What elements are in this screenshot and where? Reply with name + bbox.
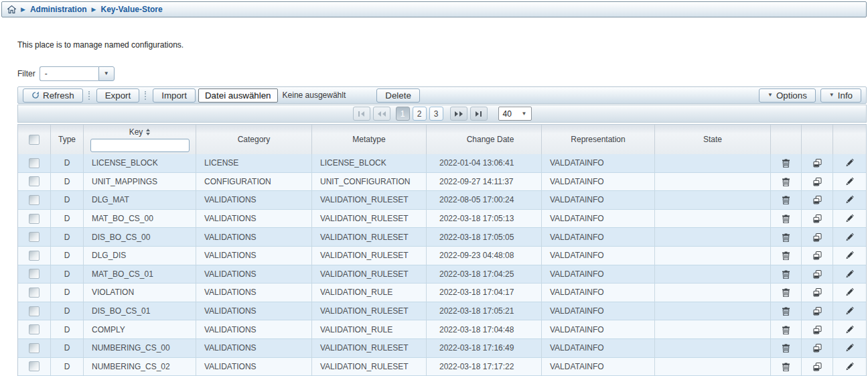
breadcrumb-link-administration[interactable]: Administration: [30, 5, 87, 14]
pencil-icon: [845, 195, 854, 204]
cell-category: CONFIGURATION: [196, 173, 312, 191]
delete-button[interactable]: Delete: [376, 88, 420, 103]
options-menu-button[interactable]: ▼ Options: [759, 88, 816, 103]
next-page-button[interactable]: [450, 107, 467, 121]
delete-row-button[interactable]: [771, 247, 802, 265]
row-select-cell: [18, 154, 51, 172]
filter-row: Filter - ▼: [17, 66, 115, 81]
edit-row-button[interactable]: [833, 320, 866, 338]
delete-row-button[interactable]: [771, 302, 802, 320]
row-checkbox[interactable]: [29, 288, 40, 298]
row-checkbox[interactable]: [29, 232, 40, 242]
import-button[interactable]: Import: [153, 88, 196, 103]
copy-row-button[interactable]: [802, 358, 833, 376]
delete-row-button[interactable]: [771, 339, 802, 357]
row-checkbox[interactable]: [29, 324, 40, 334]
row-checkbox[interactable]: [29, 195, 40, 205]
refresh-button[interactable]: Refresh: [23, 88, 83, 103]
edit-row-button[interactable]: [833, 191, 866, 209]
cell-metatype: VALIDATION_RULESET: [312, 358, 427, 376]
last-page-icon: [476, 111, 479, 117]
copy-row-button[interactable]: [802, 320, 833, 338]
delete-row-button[interactable]: [771, 284, 802, 302]
first-page-button[interactable]: [353, 107, 370, 121]
export-button[interactable]: Export: [96, 88, 140, 103]
delete-row-button[interactable]: [771, 358, 802, 376]
copy-row-button[interactable]: [802, 191, 833, 209]
last-page-button[interactable]: [470, 107, 488, 121]
row-checkbox[interactable]: [29, 176, 40, 186]
copy-row-button[interactable]: [802, 173, 833, 191]
edit-row-button[interactable]: [833, 339, 866, 357]
header-key-label[interactable]: Key: [129, 127, 143, 137]
home-icon[interactable]: [7, 5, 16, 13]
copy-row-button[interactable]: [802, 228, 833, 246]
row-checkbox[interactable]: [29, 343, 40, 353]
copy-row-button[interactable]: [802, 302, 833, 320]
breadcrumb-link-key-value-store[interactable]: Key-Value-Store: [101, 5, 163, 14]
trash-icon: [782, 325, 790, 334]
cell-change-date: 2022-09-23 04:48:08: [427, 247, 542, 265]
cell-state: [655, 154, 771, 172]
header-category: Category: [196, 125, 312, 154]
row-checkbox[interactable]: [29, 269, 40, 279]
edit-row-button[interactable]: [833, 358, 866, 376]
row-select-cell: [18, 191, 51, 209]
previous-page-button[interactable]: [373, 107, 390, 121]
edit-row-button[interactable]: [833, 210, 866, 228]
edit-row-button[interactable]: [833, 154, 866, 172]
pagination-bar: 1 2 3 40 ▼: [17, 105, 867, 123]
delete-row-button[interactable]: [771, 228, 802, 246]
page-button-2[interactable]: 2: [413, 107, 427, 121]
row-checkbox[interactable]: [29, 361, 40, 371]
info-menu-button[interactable]: ▼ Info: [820, 88, 861, 103]
header-state: State: [655, 125, 771, 154]
cell-category: VALIDATIONS: [196, 247, 312, 265]
cell-change-date: 2022-03-18 17:04:25: [427, 265, 542, 284]
filter-dropdown-button[interactable]: ▼: [98, 66, 115, 81]
copy-icon: [813, 214, 822, 223]
edit-row-button[interactable]: [833, 173, 866, 191]
file-choose-button[interactable]: Datei auswählen: [198, 88, 278, 103]
copy-icon: [813, 288, 822, 297]
trash-icon: [782, 195, 790, 204]
chevron-down-icon: ▼: [104, 71, 109, 76]
copy-row-button[interactable]: [802, 339, 833, 357]
page-button-3[interactable]: 3: [429, 107, 443, 121]
select-all-checkbox[interactable]: [29, 135, 40, 145]
next-page-icon: [459, 111, 463, 117]
sort-icon[interactable]: [146, 129, 150, 135]
row-select-cell: [18, 339, 51, 357]
copy-row-button[interactable]: [802, 247, 833, 265]
row-checkbox[interactable]: [29, 158, 40, 168]
cell-category: VALIDATIONS: [196, 320, 312, 338]
edit-row-button[interactable]: [833, 247, 866, 265]
delete-row-button[interactable]: [771, 173, 802, 191]
delete-row-button[interactable]: [771, 191, 802, 209]
copy-row-button[interactable]: [802, 210, 833, 228]
cell-key: NUMBERING_CS_02: [84, 358, 196, 376]
edit-row-button[interactable]: [833, 302, 866, 320]
delete-row-button[interactable]: [771, 320, 802, 338]
delete-row-button[interactable]: [771, 154, 802, 172]
copy-row-button[interactable]: [802, 284, 833, 302]
copy-row-button[interactable]: [802, 154, 833, 172]
row-checkbox[interactable]: [29, 214, 40, 224]
key-filter-input[interactable]: [90, 139, 190, 152]
edit-row-button[interactable]: [833, 265, 866, 284]
cell-key: COMPLY: [84, 320, 196, 338]
filter-dropdown[interactable]: - ▼: [40, 66, 115, 81]
header-change-date-label: Change Date: [467, 135, 514, 144]
edit-row-button[interactable]: [833, 228, 866, 246]
page-size-select[interactable]: 40 ▼: [498, 107, 532, 121]
delete-row-button[interactable]: [771, 265, 802, 284]
copy-row-button[interactable]: [802, 265, 833, 284]
row-checkbox[interactable]: [29, 251, 40, 261]
copy-icon: [813, 158, 822, 168]
page-button-1[interactable]: 1: [396, 107, 410, 121]
cell-type: D: [51, 284, 84, 302]
delete-row-button[interactable]: [771, 210, 802, 228]
edit-row-button[interactable]: [833, 284, 866, 302]
header-category-label: Category: [238, 135, 271, 144]
row-checkbox[interactable]: [29, 306, 40, 316]
